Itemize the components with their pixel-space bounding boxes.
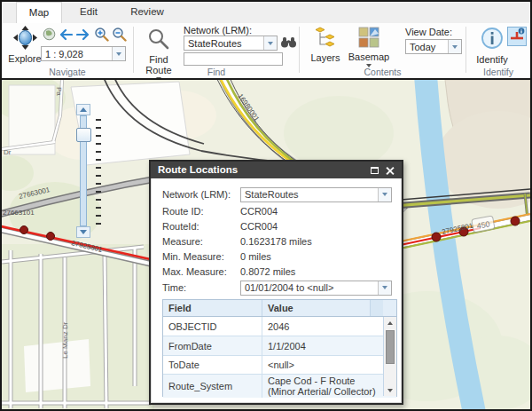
cell-value: Cape Cod - F Route (Minor Arterial/ Coll…: [262, 375, 383, 398]
layers-button[interactable]: Layers: [308, 27, 343, 63]
scroll-up-button[interactable]: [384, 317, 396, 328]
scrollbar-thumb[interactable]: [386, 330, 395, 364]
identify-route-icon: [509, 27, 525, 46]
view-date-dropdown-button[interactable]: [448, 40, 461, 53]
street-label-dr: Dr: [4, 148, 12, 156]
zoom-slider-ticks: [96, 119, 101, 227]
identify-route-locations-toggle[interactable]: [507, 27, 527, 46]
network-combo[interactable]: StateRoutes: [240, 187, 392, 202]
map-scale-combo[interactable]: 1 : 9,028: [41, 46, 126, 61]
road-label-27663101: 27663101: [3, 209, 35, 217]
cell-value: 1/1/2004: [262, 336, 383, 355]
street-label-le-manz-dr: Le Manz Dr: [61, 321, 69, 359]
view-date-combo[interactable]: Today: [405, 39, 462, 54]
zoom-slider-up-button[interactable]: [76, 104, 90, 115]
network-lrm-label: Network (LRM):: [184, 25, 252, 36]
map-scale-value: 1 : 9,028: [42, 49, 112, 59]
binoculars-icon: [280, 36, 297, 51]
view-date-label: View Date:: [405, 27, 452, 37]
fixed-zoom-in-button[interactable]: [93, 28, 109, 43]
identify-button[interactable]: Identify: [473, 26, 511, 65]
group-find: Find Route Network (LRM): StateRoutes: [134, 23, 299, 78]
chevron-down-icon: [382, 286, 387, 289]
field-row-max-measure: Max. Measure: 0.8072 miles: [162, 264, 392, 279]
chevron-down-icon: [452, 45, 458, 49]
explore-button[interactable]: Explore: [7, 26, 43, 64]
tab-review[interactable]: Review: [115, 2, 179, 23]
table-row[interactable]: OBJECTID 2046: [163, 317, 396, 336]
attributes-table: Field Value OBJECTID 2046 FromDate 1/1/2…: [162, 299, 397, 397]
field-column-header: Field: [163, 300, 262, 316]
network-lrm-dropdown-button[interactable]: [263, 36, 277, 50]
group-contents: Layers Basemap View Date: Today: [300, 23, 466, 78]
explore-label: Explore: [8, 54, 41, 64]
dialog-title-bar[interactable]: Route Locations: [151, 162, 402, 178]
identify-icon: [480, 26, 505, 54]
cell-value: <null>: [262, 356, 383, 374]
contents-group-label: Contents: [300, 67, 466, 77]
zoom-in-icon: [94, 27, 109, 45]
map-canvas[interactable]: 450 27663001 27663101 27925801 27925801 …: [2, 78, 530, 409]
back-arrow-icon: [59, 28, 73, 44]
find-group-label: Find: [134, 67, 299, 77]
field-row-min-measure: Min. Measure: 0 miles: [162, 249, 392, 264]
cell-field: OBJECTID: [163, 317, 262, 336]
forward-arrow-icon: [76, 28, 90, 44]
table-row[interactable]: ToDate <null>: [163, 356, 396, 375]
chevron-down-icon: [382, 193, 387, 196]
network-lrm-combo[interactable]: StateRoutes: [184, 36, 278, 51]
table-row[interactable]: Route_System Cape Cod - F Route (Minor A…: [163, 375, 396, 398]
chevron-down-icon: [116, 52, 121, 56]
search-route-button[interactable]: [280, 36, 296, 51]
find-route-icon: [147, 28, 170, 54]
zoom-slider-thumb[interactable]: [76, 128, 91, 142]
previous-extent-button[interactable]: [58, 28, 74, 43]
zoom-slider-down-button[interactable]: [76, 226, 90, 238]
basemap-icon: [358, 27, 379, 51]
find-route-input[interactable]: [184, 52, 283, 66]
dialog-title: Route Locations: [158, 164, 238, 175]
tab-map[interactable]: Map: [16, 2, 62, 23]
map-scale-dropdown-button[interactable]: [112, 47, 125, 60]
value-column-header: Value: [262, 300, 370, 316]
next-extent-button[interactable]: [75, 28, 91, 43]
cell-value: 2046: [262, 317, 383, 336]
dialog-maximize-button[interactable]: [368, 164, 380, 176]
time-dropdown-button[interactable]: [378, 281, 391, 295]
time-combo[interactable]: 01/01/2004 to <null>: [240, 281, 392, 296]
app-window: Map Edit Review Explore: [0, 0, 532, 411]
network-dropdown-button[interactable]: [378, 188, 391, 202]
cell-field: ToDate: [163, 356, 262, 374]
navigate-group-label: Navigate: [2, 67, 133, 77]
scroll-down-button[interactable]: [384, 384, 396, 396]
full-extent-button[interactable]: [41, 28, 57, 43]
min-measure-label: Min. Measure:: [162, 251, 240, 262]
cell-field: Route_System: [163, 375, 262, 398]
route-id-label: Route ID:: [162, 206, 240, 217]
basemap-button[interactable]: Basemap: [348, 27, 390, 67]
map-zoom-slider: [76, 104, 103, 239]
explore-icon: [13, 26, 37, 53]
street-label-pa: Pa: [55, 87, 63, 96]
max-measure-value: 0.8072 miles: [240, 266, 392, 277]
field-row-route-id: Route ID: CCR004: [162, 203, 392, 218]
table-row[interactable]: FromDate 1/1/2004: [163, 336, 396, 356]
chevron-down-icon: [80, 230, 87, 234]
group-identify: Identify Identify: [466, 23, 530, 78]
measure-label: Measure:: [162, 236, 240, 247]
routeid-label: RouteId:: [162, 221, 240, 232]
table-scrollbar[interactable]: [383, 317, 396, 396]
max-measure-label: Max. Measure:: [162, 266, 240, 277]
close-icon: [386, 166, 395, 175]
chevron-down-icon: [387, 389, 393, 392]
field-row-network: Network (LRM): StateRoutes: [162, 186, 392, 203]
tab-edit[interactable]: Edit: [64, 2, 113, 23]
layers-label: Layers: [310, 53, 340, 63]
min-measure-value: 0 miles: [240, 251, 392, 262]
route-locations-dialog: Route Locations Network (LRM): StateRout…: [149, 160, 403, 405]
network-value: StateRoutes: [241, 189, 378, 200]
fixed-zoom-out-button[interactable]: [111, 28, 127, 43]
find-route-label-line1: Find: [149, 55, 168, 65]
zoom-out-icon: [112, 27, 127, 45]
dialog-close-button[interactable]: [384, 164, 396, 176]
